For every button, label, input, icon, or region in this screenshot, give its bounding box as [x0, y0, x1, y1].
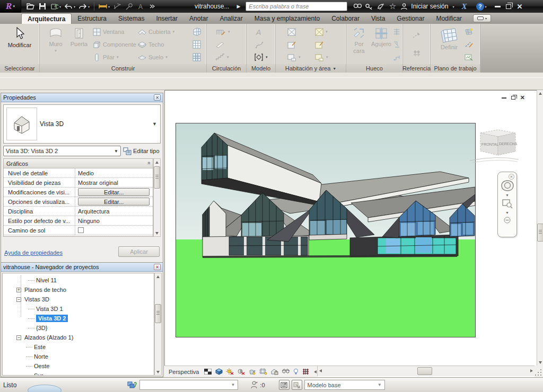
tree-item-nivel-11[interactable]: Nivel 11	[3, 275, 154, 285]
close-button[interactable]: ✕	[516, 3, 522, 10]
tab-arquitectura[interactable]: Arquitectura	[21, 13, 72, 24]
collapse-minus-icon[interactable]: −	[16, 335, 21, 340]
collapse-minus-icon[interactable]: −	[16, 297, 21, 302]
favorites-star-icon[interactable]: ☆	[387, 1, 398, 12]
type-selector[interactable]: Vista 3D ▼	[3, 104, 161, 144]
scroll-up-icon[interactable]	[539, 92, 542, 95]
roof-button[interactable]: Cubierta▾	[138, 26, 174, 38]
measure-button[interactable]	[98, 1, 108, 12]
chevron-down-icon[interactable]: ▾	[452, 5, 454, 8]
help-icon[interactable]: ?	[474, 1, 486, 12]
tab-estructura[interactable]: Estructura	[72, 13, 112, 24]
tab-colaborar[interactable]: Colaborar	[326, 13, 365, 24]
property-row[interactable]: Estilo por defecto de v...Ninguno	[4, 216, 153, 226]
view-minimize-button[interactable]	[502, 97, 506, 99]
chevron-down-icon[interactable]: ▾	[108, 5, 110, 8]
window-button[interactable]: Ventana	[93, 26, 124, 38]
scroll-down-icon[interactable]	[539, 361, 542, 364]
redo-button[interactable]	[77, 1, 88, 12]
column-button[interactable]: Pilar▾	[93, 51, 119, 63]
shaft-opening-button[interactable]: Agujero	[371, 25, 392, 63]
property-row[interactable]: DisciplinaArquitectura	[4, 207, 153, 216]
sync-with-central-button[interactable]	[49, 1, 59, 12]
worksets-icon[interactable]	[127, 381, 137, 389]
model-group-button[interactable]: ▾	[254, 51, 268, 63]
visual-style-icon[interactable]	[215, 368, 223, 376]
section-datos-identidad[interactable]: Datos de identidad»	[4, 235, 153, 237]
browser-scrollbar[interactable]	[154, 273, 162, 376]
minimize-button[interactable]	[495, 6, 501, 7]
panel-label[interactable]: Plano de trabajo	[434, 65, 476, 72]
drawing-area[interactable]: ✕	[164, 90, 537, 377]
tag-area-button[interactable]: 1 ▾	[315, 51, 328, 63]
properties-header[interactable]: Propiedades ✕	[1, 93, 163, 102]
undo-button[interactable]	[63, 1, 74, 12]
mullion-button[interactable]	[192, 51, 201, 63]
reference-plane-button[interactable]	[412, 29, 421, 41]
tab-insertar[interactable]: Insertar	[150, 13, 183, 24]
toolbar-expand-icon[interactable]	[147, 1, 157, 12]
scroll-up-icon[interactable]	[155, 161, 159, 164]
tag-by-category-button[interactable]	[124, 1, 134, 12]
property-row[interactable]: Modificaciones de visi...Editar...	[4, 188, 153, 197]
tag-room-button[interactable]: 1 ▾	[287, 51, 301, 63]
model-line-button[interactable]	[255, 39, 264, 50]
worksharing-display-icon[interactable]	[302, 368, 310, 376]
design-option-combo[interactable]: Modelo base▼	[304, 380, 385, 390]
panel-label[interactable]: Referencia	[402, 65, 431, 72]
tree-item-3d[interactable]: {3D}	[3, 323, 154, 333]
edit-visibility-button[interactable]: Editar...	[78, 188, 150, 196]
expand-plus-icon[interactable]: +	[16, 288, 21, 292]
tree-item-planos-de-techo[interactable]: +Planos de techo	[3, 285, 154, 295]
close-icon[interactable]: ✕	[154, 264, 161, 270]
navbar-close-icon[interactable]: ✕	[509, 174, 514, 180]
scroll-right-icon[interactable]	[530, 369, 533, 372]
open-button[interactable]	[25, 1, 36, 12]
panel-label[interactable]: Circulación	[212, 65, 241, 72]
view-restore-button[interactable]	[511, 96, 515, 100]
room-separator-button[interactable]	[287, 39, 296, 50]
steering-wheel-icon[interactable]	[501, 180, 514, 192]
temporary-view-icon[interactable]	[293, 368, 299, 376]
exchange-apps-icon[interactable]: X	[458, 1, 470, 12]
chevron-down-icon[interactable]: ▾	[59, 5, 61, 8]
tab-anotar[interactable]: Anotar	[183, 13, 214, 24]
sun-path-off-icon[interactable]	[226, 368, 234, 376]
ribbon-display-toggle[interactable]: ▾	[473, 14, 491, 22]
tree-item-sur[interactable]: Sur	[3, 371, 154, 376]
curtain-system-button[interactable]	[192, 26, 202, 38]
property-row[interactable]: Camino de sol	[4, 226, 153, 235]
panel-label[interactable]: Modelo	[251, 65, 270, 72]
ramp-button[interactable]	[215, 39, 225, 50]
chevron-down-icon[interactable]: ▾	[74, 5, 75, 8]
tab-vista[interactable]: Vista	[365, 13, 391, 24]
scrollbar-thumb[interactable]	[537, 224, 543, 242]
scroll-down-icon[interactable]	[156, 371, 160, 373]
tree-item-alzados[interactable]: −Alzados (Alzado 1)	[3, 333, 154, 342]
reveal-hidden-icon[interactable]	[282, 368, 290, 376]
panel-label[interactable]: Hueco	[366, 65, 383, 72]
apply-button[interactable]: Aplicar	[118, 246, 160, 257]
stair-button[interactable]: ▾	[215, 51, 229, 63]
instance-selector-combo[interactable]: Vista 3D: Vista 3D 2▼	[3, 146, 121, 156]
chevron-down-icon[interactable]: ▼	[152, 121, 157, 127]
opening-by-face-button[interactable]: Por cara	[348, 25, 370, 63]
modify-button[interactable]: Modificar	[9, 25, 30, 63]
shadows-off-icon[interactable]	[237, 368, 245, 376]
tab-gestionar[interactable]: Gestionar	[391, 13, 430, 24]
area-button[interactable]: ▾	[315, 26, 328, 38]
design-options-icon[interactable]	[279, 380, 290, 390]
reference-point-button[interactable]	[412, 47, 421, 59]
navbar-collapse-icon[interactable]	[504, 217, 511, 224]
project-browser-header[interactable]: vitrahouse - Navegador de proyectos ✕	[1, 263, 163, 272]
search-input[interactable]	[246, 2, 347, 11]
workplane-viewer-button[interactable]	[465, 51, 473, 63]
tab-modificar[interactable]: Modificar	[430, 13, 468, 24]
detail-level-icon[interactable]	[204, 368, 212, 376]
exclude-options-icon[interactable]	[292, 380, 302, 390]
scroll-left-icon[interactable]	[319, 369, 322, 372]
tree-item-norte[interactable]: Norte	[3, 352, 154, 361]
show-workplane-button[interactable]	[465, 26, 473, 38]
chevron-down-icon[interactable]: ▾	[88, 5, 90, 8]
collapse-chevron-icon[interactable]: »	[146, 162, 152, 165]
